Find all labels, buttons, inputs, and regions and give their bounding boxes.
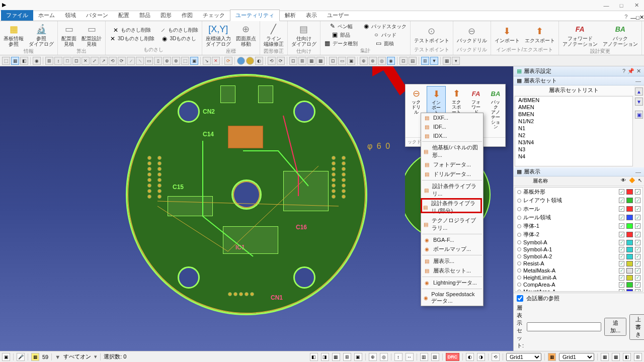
panel-help-icon[interactable]: ? [622,68,625,74]
layer-color-swatch[interactable] [626,268,633,274]
layer-visible-check[interactable]: ✓ [619,223,624,229]
ribbon-button[interactable]: ▭面積 [361,39,408,47]
ribbon-button[interactable]: ▭配置設計見積 [80,22,103,48]
status-button[interactable]: ◧ [623,353,631,361]
layer-visible-check[interactable]: ✓ [619,215,624,220]
layer-set-item[interactable]: N1 [515,125,632,132]
layer-select-check[interactable]: ✓ [635,261,640,266]
status-button[interactable]: ◧ [310,353,318,361]
layer-select-check[interactable]: ✓ [635,189,640,195]
tool-button[interactable]: ▦ [307,57,315,65]
menu-item[interactable]: ◉BGA-F... [421,235,483,244]
status-button[interactable]: ↕ [394,353,403,361]
layer-row[interactable]: HeightLimit-A ✓ ✓ [515,274,642,281]
status-button[interactable]: ▥ [420,353,428,361]
layer-color-swatch[interactable] [626,289,633,292]
layer-select-check[interactable]: ✓ [635,247,640,252]
layer-row[interactable]: 導体-2 ✓ ✓ [515,230,642,239]
tool-button[interactable] [246,57,254,65]
layer-select-check[interactable]: ✓ [635,289,640,292]
ribbon-button[interactable]: ▦基板情報参照 [2,22,25,48]
layer-radio[interactable] [517,247,521,251]
ribbon-button[interactable]: ▤仕向けダイアログ [290,22,318,48]
status-button[interactable]: ▣ [354,353,362,361]
status-button[interactable]: ▤ [431,353,439,361]
tool-button[interactable]: ⤢ [91,57,99,65]
layer-color-swatch[interactable] [626,206,633,212]
select-icon[interactable]: ↖ [638,177,642,185]
tool-button[interactable]: ⊞ [298,57,306,65]
panel-close-icon[interactable]: ✕ [636,68,641,74]
layer-color-swatch[interactable] [626,223,633,229]
tab-file[interactable]: ファイル [1,10,33,21]
layer-color-swatch[interactable] [626,189,633,195]
layer-color-swatch[interactable] [626,275,633,281]
ribbon-button[interactable]: ▦データ種別 [323,39,359,47]
tool-button[interactable]: ⊕ [360,57,368,65]
layer-color-swatch[interactable] [626,215,633,220]
layer-radio[interactable] [517,199,521,203]
ribbon-button[interactable]: BAバックアノテーション [601,22,639,48]
layer-set-item[interactable]: N3 [515,146,632,153]
layer-select-check[interactable]: ✓ [635,206,640,212]
ribbon-button[interactable]: ⊙テストポイント [413,24,451,44]
component[interactable] [223,226,278,254]
menu-item[interactable]: ▤フォトデータ... [421,160,483,169]
menu-item[interactable]: ▤DXF... [421,113,483,122]
layer-row[interactable]: ルール領域 ✓ ✓ [515,213,642,222]
layer-set-item[interactable]: N4 [515,153,632,160]
maximize-button[interactable]: □ [614,1,629,11]
ribbon-button[interactable]: ○パッド [361,31,408,39]
tool-button[interactable]: ⊕ [163,57,171,65]
tool-button[interactable]: ▣ [190,57,198,65]
layer-set-item[interactable]: AMEN [515,104,632,111]
tool-button[interactable]: ⬚ [181,57,189,65]
tool-button[interactable]: ▭ [145,57,153,65]
ribbon-close-button[interactable]: ✕ [639,14,644,21]
status-button[interactable]: ⊕ [369,353,377,361]
tool-button[interactable]: ◎ [378,57,386,65]
layer-visible-check[interactable]: ✓ [619,232,624,237]
layer-color-swatch[interactable] [626,240,633,245]
tool-button[interactable]: ✕ [212,57,220,65]
component[interactable] [258,85,273,103]
layer-radio[interactable] [517,207,521,211]
layer-set-item[interactable]: N3/N4 [515,139,632,146]
ribbon-button[interactable]: ╱ライン端線修正 [262,22,285,48]
ribbon-button[interactable]: ✕ものさし削除 [108,26,156,34]
ribbon-tab[interactable]: ユーザー [322,10,354,21]
minimize-button[interactable]: — [599,1,614,11]
layer-radio[interactable] [517,290,521,292]
tool-button[interactable]: □ [63,57,71,65]
collapse-icon[interactable]: — [635,78,641,84]
ribbon-button[interactable]: ⟋ものさし削除 [158,26,200,34]
layer-set-item[interactable]: N1/N2 [515,118,632,125]
layer-row[interactable]: 導体-1 ✓ ✓ [515,222,642,230]
layer-row[interactable]: Symbol-A ✓ ✓ [515,239,642,246]
layer-select-check[interactable]: ✓ [635,198,640,203]
tool-button[interactable]: ◉ [33,57,41,65]
menu-item[interactable]: ▤テクノロジライブラリ... [421,216,483,233]
grid-select-2[interactable]: Grid1 [559,353,594,361]
ribbon-tab[interactable]: 配置 [113,10,134,21]
tool-button[interactable]: ▤ [409,57,417,65]
status-button[interactable]: ⊞ [634,353,642,361]
tool-button[interactable]: ▾ [452,57,460,65]
menu-item[interactable]: ▤IDX... [421,131,483,140]
layer-row[interactable]: Symbol-A-2 ✓ ✓ [515,253,642,260]
layer-visible-check[interactable]: ✓ [619,206,624,212]
tool-button[interactable]: ↗ [100,57,108,65]
move-up-button[interactable]: ▲ [635,87,643,96]
layer-visible-check[interactable]: ✓ [619,275,624,281]
status-button[interactable]: ◎ [380,353,388,361]
menu-item[interactable]: ◉ボールマップ... [421,244,483,254]
layer-select-check[interactable]: ✓ [635,232,640,237]
menu-item[interactable]: ▤他基板/パネルの図形... [421,143,483,160]
layer-radio[interactable] [517,233,521,237]
ribbon-button[interactable]: ⊖バックドリル [455,24,489,44]
ribbon-tab[interactable]: チェック [198,10,230,21]
tool-button[interactable]: ⬚ [2,57,10,65]
tool-button[interactable]: ⊗ [369,57,377,65]
design-canvas[interactable]: CN2 C14 C15 C16 CN1 IC1 [0,66,513,351]
tool-button[interactable]: ▼ [430,57,438,65]
